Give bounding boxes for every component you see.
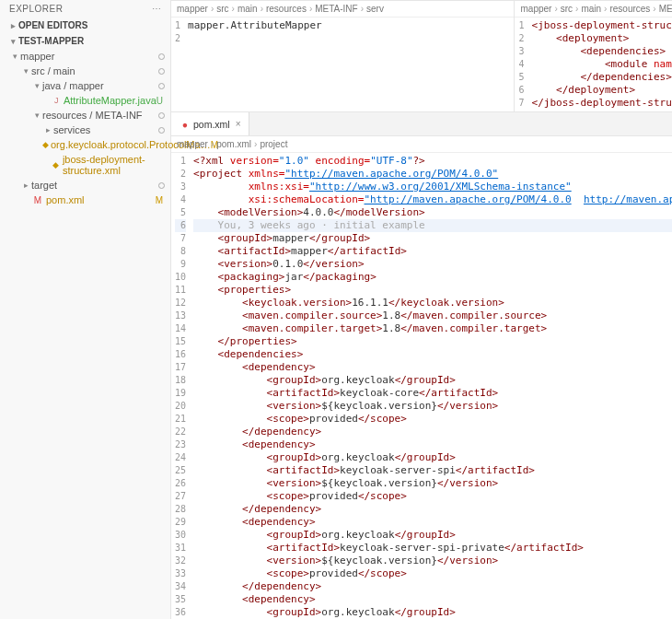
tree-item[interactable]: ◆org.keycloak.protocol.ProtocolMa…M: [0, 137, 170, 152]
tree-item[interactable]: ◆jboss-deployment-structure.xml: [0, 152, 170, 178]
workspace-section[interactable]: ▾ TEST-MAPPER: [0, 33, 170, 49]
bottom-tab-row: ● pom.xml×: [171, 112, 672, 136]
breadcrumb[interactable]: mapper›pom.xml›project: [171, 136, 672, 153]
code-editor[interactable]: 1234567891011121314151617181920212223242…: [171, 153, 672, 619]
close-icon[interactable]: ×: [236, 119, 241, 129]
file-icon: ●: [179, 119, 191, 130]
open-editors-label: OPEN EDITORS: [18, 20, 87, 30]
tree-item[interactable]: JAttributeMapper.javaU: [0, 93, 170, 108]
code-editor[interactable]: 1234567 <jboss-deployment-structure> <de…: [515, 18, 672, 111]
top-split: mapper›src›main›resources›META-INF›serv …: [171, 1, 672, 111]
crumb-segment[interactable]: META-INF: [659, 4, 672, 14]
tree-item[interactable]: ▾mapper: [0, 49, 170, 64]
crumb-segment[interactable]: project: [260, 139, 287, 149]
code-lines[interactable]: mapper.AttributeMapper: [188, 18, 322, 111]
crumb-segment[interactable]: pom.xml: [216, 139, 251, 149]
top-right-pane: mapper›src›main›resources›META-INF›jboss…: [515, 1, 672, 111]
tree-item[interactable]: ▸services: [0, 123, 170, 137]
open-editors-section[interactable]: ▸ OPEN EDITORS: [0, 18, 170, 33]
explorer-sidebar: EXPLORER ⋯ ▸ OPEN EDITORS ▾ TEST-MAPPER …: [0, 0, 171, 619]
editor-area: ● org.keycloak.protocol.ProtocolMapper M…: [171, 0, 672, 619]
gutter: 12: [171, 18, 188, 111]
editor-tab[interactable]: ● pom.xml×: [171, 112, 249, 136]
crumb-segment[interactable]: mapper: [177, 4, 208, 14]
explorer-header: EXPLORER ⋯: [0, 0, 170, 18]
tree-item[interactable]: ▾java / mapper: [0, 78, 170, 93]
crumb-segment[interactable]: serv: [366, 4, 384, 14]
chevron-right-icon: ▸: [7, 21, 18, 30]
crumb-segment[interactable]: main: [581, 4, 601, 14]
workspace-label: TEST-MAPPER: [18, 36, 84, 46]
tree-item[interactable]: ▾resources / META-INF: [0, 108, 170, 123]
bottom-pane: ● pom.xml× mapper›pom.xml›project 123456…: [171, 111, 672, 619]
code-lines[interactable]: <?xml version="1.0" encoding="UTF-8"?><p…: [193, 153, 672, 619]
crumb-segment[interactable]: src: [561, 4, 573, 14]
crumb-segment[interactable]: main: [238, 4, 258, 14]
code-editor[interactable]: 12 mapper.AttributeMapper: [171, 18, 514, 111]
breadcrumb[interactable]: mapper›src›main›resources›META-INF›serv: [171, 1, 514, 18]
gutter: 1234567: [515, 18, 531, 111]
chevron-down-icon: ▾: [7, 37, 18, 46]
breadcrumb[interactable]: mapper›src›main›resources›META-INF›jboss…: [515, 1, 672, 18]
top-left-pane: mapper›src›main›resources›META-INF›serv …: [171, 1, 515, 111]
tree-item[interactable]: ▸target: [0, 178, 170, 193]
crumb-segment[interactable]: resources: [609, 4, 650, 14]
crumb-segment[interactable]: META-INF: [315, 4, 357, 14]
code-lines[interactable]: <jboss-deployment-structure> <deployment…: [532, 18, 672, 111]
tab-label: pom.xml: [193, 119, 230, 130]
crumb-segment[interactable]: mapper: [520, 4, 551, 14]
crumb-segment[interactable]: mapper: [177, 139, 208, 149]
more-actions-icon[interactable]: ⋯: [152, 4, 162, 14]
crumb-segment[interactable]: resources: [266, 4, 307, 14]
gutter: 1234567891011121314151617181920212223242…: [171, 153, 193, 619]
crumb-segment[interactable]: src: [216, 4, 228, 14]
tree-item[interactable]: Mpom.xmlM: [0, 193, 170, 207]
explorer-title: EXPLORER: [9, 4, 63, 14]
tree-item[interactable]: ▾src / main: [0, 64, 170, 78]
file-tree: ▾mapper▾src / main▾java / mapperJAttribu…: [0, 49, 170, 207]
